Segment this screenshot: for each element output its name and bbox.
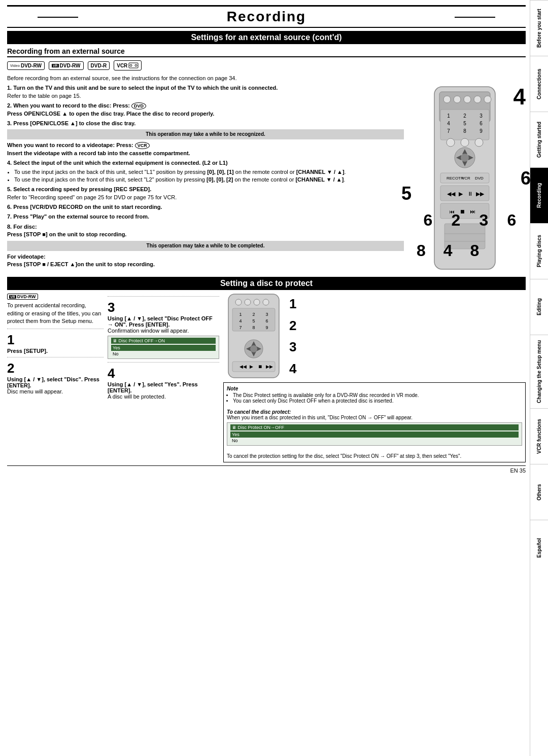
protect-col-2: 3 Using [▲ / ▼], select "Disc Protect OF…	[108, 293, 219, 462]
tab-others[interactable]: Others	[530, 464, 548, 520]
svg-point-28	[461, 154, 469, 162]
tab-getting-started[interactable]: Getting started	[530, 112, 548, 167]
svg-text:1: 1	[447, 113, 450, 119]
svg-point-6	[454, 96, 461, 103]
instructions-column: 1. Turn on the TV and this unit and be s…	[7, 84, 404, 273]
protect-callout-nums: 1 2 3 4	[289, 293, 296, 379]
svg-point-5	[443, 96, 451, 103]
callouts-row-middle: 6 2 3 6	[419, 211, 521, 230]
svg-text:VCR: VCR	[462, 176, 470, 181]
note-box: Note The Disc Protect setting is availab…	[223, 382, 526, 462]
svg-point-22	[475, 138, 483, 147]
svg-point-9	[484, 96, 491, 103]
svg-text:▶: ▶	[459, 191, 463, 197]
step-6: 6. Press [VCR/DVD RECORD on the unit to …	[7, 203, 404, 211]
warning-box-1: This operation may take a while to be re…	[7, 129, 404, 139]
svg-text:RECOTR: RECOTR	[447, 176, 464, 181]
svg-point-8	[474, 96, 481, 103]
svg-text:2: 2	[252, 312, 255, 317]
subsection-header: Recording from an external source	[7, 47, 526, 57]
step-1: 1. Turn on the TV and this unit and be s…	[7, 84, 404, 100]
intro-text: Before recording from an external source…	[7, 75, 526, 82]
svg-text:◀◀: ◀◀	[447, 191, 456, 197]
svg-point-21	[461, 138, 469, 147]
svg-text:1: 1	[239, 312, 242, 317]
tab-before-you-start[interactable]: Before you start	[530, 0, 548, 56]
svg-text:2: 2	[463, 113, 466, 119]
tab-editing[interactable]: Editing	[530, 279, 548, 335]
disc-format-vcr: VCR	[114, 60, 142, 70]
svg-text:6: 6	[265, 318, 268, 323]
protect-col-1: VR DVD-RW To prevent accidental recordin…	[7, 293, 104, 462]
svg-text:8: 8	[463, 128, 466, 134]
svg-text:⏹: ⏹	[258, 364, 262, 369]
callout-4: 4	[513, 84, 526, 110]
vr-dvdrw-badge: VR DVD-RW	[7, 294, 38, 300]
svg-text:5: 5	[463, 121, 466, 126]
svg-text:3: 3	[480, 113, 483, 119]
svg-text:4: 4	[447, 121, 450, 126]
cassette-icon	[128, 62, 139, 69]
warning-box-2: This operation may take a while to be co…	[7, 241, 404, 251]
tab-espanol[interactable]: Español	[530, 520, 548, 575]
tab-changing-setup[interactable]: Changing the Setup menu	[530, 335, 548, 408]
page-number: EN 35	[7, 465, 526, 474]
step-vcr: When you want to record to a videotape: …	[7, 141, 404, 157]
svg-point-2	[135, 64, 137, 66]
disc-formats-row: Video DVD-RW VR DVD-RW DVD-R VCR	[7, 60, 526, 70]
step-8: 8. For disc: Press [STOP ■] on the unit …	[7, 223, 404, 269]
svg-text:9: 9	[480, 128, 483, 134]
callouts-row-bottom: 8 4 8	[417, 241, 518, 260]
step-7: 7. Press "Play" on the external source t…	[7, 213, 404, 221]
callouts-row-6236: 6	[521, 168, 531, 189]
svg-text:⏸: ⏸	[467, 191, 473, 197]
protect-section-header: Setting a disc to protect	[7, 277, 526, 290]
disc-format-dvdr: DVD-R	[88, 61, 110, 70]
svg-text:7: 7	[447, 128, 450, 134]
svg-text:5: 5	[252, 318, 255, 323]
svg-text:3: 3	[265, 312, 268, 317]
tab-recording[interactable]: Recording	[530, 167, 548, 223]
screen-disc-protect-off-on: 🖥 Disc Protect OFF→ON Yes No	[108, 336, 219, 359]
svg-point-20	[447, 138, 455, 147]
svg-text:▶: ▶	[250, 364, 253, 369]
svg-point-47	[245, 299, 251, 305]
svg-text:4: 4	[239, 318, 242, 323]
tab-playing-discs[interactable]: Playing discs	[530, 223, 548, 279]
svg-text:9: 9	[265, 325, 268, 330]
step-3: 3. Press [OPEN/CLOSE ▲] to close the dis…	[7, 120, 404, 139]
protect-section: Setting a disc to protect VR DVD-RW To p…	[7, 277, 526, 462]
screen-disc-protect-on-off: 🖥 Disc Protect ON→OFF Yes No	[227, 422, 522, 446]
remote-callouts-column: 4	[409, 84, 526, 273]
svg-point-49	[263, 299, 269, 305]
svg-point-48	[254, 299, 260, 305]
protect-intro: To prevent accidental recording, editing…	[7, 302, 104, 325]
svg-point-46	[235, 299, 242, 305]
svg-point-7	[464, 96, 471, 103]
protect-step-3: 3 Using [▲ / ▼], select "Disc Protect OF…	[108, 300, 219, 359]
protect-col-3: 1 2 3 4 5 6 7 8 9	[223, 293, 526, 462]
protect-step-4: 4 Using [▲ / ▼], select "Yes". Press [EN…	[108, 366, 219, 400]
callout-5: 5	[401, 183, 412, 204]
svg-text:◀◀: ◀◀	[239, 364, 247, 369]
svg-rect-0	[129, 63, 138, 68]
disc-format-vr-dvdrw: VR DVD-RW	[49, 61, 84, 70]
svg-text:6: 6	[480, 121, 483, 126]
step-4: 4. Select the input of the unit which th…	[7, 159, 404, 184]
svg-text:DVD: DVD	[475, 176, 484, 181]
protect-step-2: 2 Using [▲ / ▼], select "Disc". Press [E…	[7, 361, 104, 394]
tab-vcr-functions[interactable]: VCR functions	[530, 408, 548, 464]
svg-text:8: 8	[252, 325, 255, 330]
svg-point-1	[130, 64, 132, 66]
protect-step-1: 1 Press [SETUP].	[7, 332, 104, 354]
tab-connections[interactable]: Connections	[530, 56, 548, 112]
disc-format-video-dvdrw: Video DVD-RW	[7, 61, 45, 70]
svg-text:▶▶: ▶▶	[266, 364, 273, 369]
step-5: 5. Select a recording speed by pressing …	[7, 186, 404, 201]
svg-point-65	[250, 345, 257, 352]
step-2: 2. When you want to record to the disc: …	[7, 102, 404, 118]
section-header: Settings for an external source (cont'd)	[7, 31, 526, 44]
svg-text:▶▶: ▶▶	[476, 191, 485, 197]
svg-text:7: 7	[239, 325, 242, 330]
right-tabs-container: Before you start Connections Getting sta…	[530, 0, 548, 756]
